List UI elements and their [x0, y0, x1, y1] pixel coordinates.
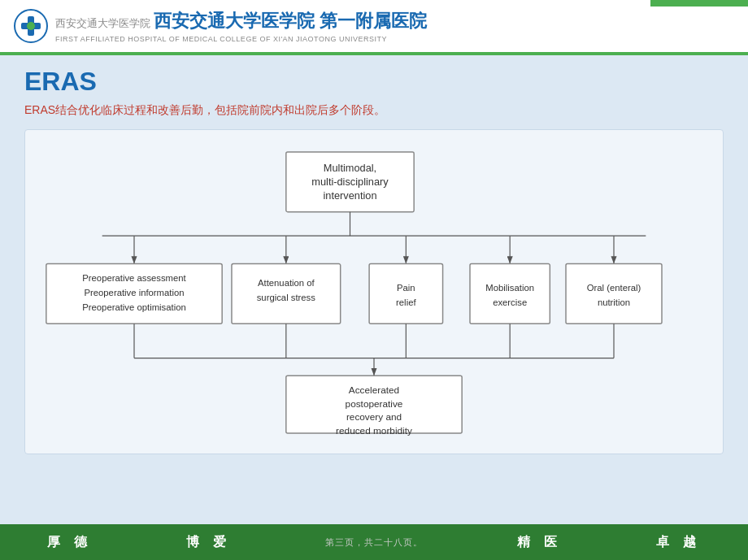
svg-point-3: [27, 22, 35, 30]
logo: 西安交通大学医学院 西安交通大学医学院 第一附属医院 FIRST AFFILIA…: [13, 8, 427, 44]
svg-text:intervention: intervention: [324, 189, 377, 202]
footer-item-1: 厚 德: [47, 534, 91, 551]
svg-text:surgical stress: surgical stress: [257, 293, 316, 302]
hospital-name-en: FIRST AFFILIATED HOSPITAL OF MEDICAL COL…: [55, 35, 427, 43]
svg-text:recovery and: recovery and: [346, 411, 402, 423]
page-number: 第三页，共二十八页。: [325, 536, 423, 549]
svg-text:multi-disciplinary: multi-disciplinary: [311, 176, 389, 188]
diagram-container: Multimodal, multi-disciplinary intervent…: [24, 129, 724, 454]
footer-item-2: 博 爱: [186, 534, 230, 551]
svg-text:exercise: exercise: [493, 297, 527, 307]
page-title: ERAS: [24, 67, 724, 97]
svg-text:reduced morbidity: reduced morbidity: [336, 425, 412, 436]
svg-rect-26: [470, 264, 550, 324]
svg-text:relief: relief: [396, 297, 416, 307]
header: 西安交通大学医学院 西安交通大学医学院 第一附属医院 FIRST AFFILIA…: [0, 0, 748, 55]
footer-item-4: 卓 越: [656, 534, 700, 551]
svg-text:Pain: Pain: [397, 283, 415, 293]
svg-rect-23: [369, 264, 442, 324]
svg-text:Mobilisation: Mobilisation: [485, 283, 534, 293]
header-accent-bar: [650, 0, 748, 7]
hospital-name-block: 西安交通大学医学院 西安交通大学医学院 第一附属医院 FIRST AFFILIA…: [55, 9, 427, 43]
main-content: ERAS ERAS结合优化临床过程和改善后勤，包括院前院内和出院后多个阶段。 M…: [0, 55, 748, 524]
footer: 厚 德 博 爱 第三页，共二十八页。 精 医 卓 越: [0, 524, 748, 560]
footer-item-3: 精 医: [517, 534, 561, 551]
svg-text:Attenuation of: Attenuation of: [258, 278, 315, 288]
svg-text:Oral (enteral): Oral (enteral): [587, 283, 641, 293]
hospital-primary-name: 西安交通大学医学院 第一附属医院: [154, 9, 427, 33]
svg-text:Accelerated: Accelerated: [349, 384, 399, 396]
svg-text:Preoperative information: Preoperative information: [84, 288, 184, 297]
svg-rect-29: [566, 264, 662, 324]
svg-text:postoperative: postoperative: [346, 398, 403, 410]
logo-icon: [13, 8, 49, 44]
svg-text:Preoperative optimisation: Preoperative optimisation: [82, 302, 185, 312]
svg-text:Multimodal,: Multimodal,: [324, 163, 376, 175]
hospital-name-cn: 西安交通大学医学院 西安交通大学医学院 第一附属医院: [55, 9, 427, 33]
subtitle: ERAS结合优化临床过程和改善后勤，包括院前院内和出院后多个阶段。: [24, 103, 724, 118]
eras-diagram: Multimodal, multi-disciplinary intervent…: [38, 143, 710, 441]
svg-text:Preoperative assessment: Preoperative assessment: [82, 273, 186, 283]
svg-text:nutrition: nutrition: [598, 297, 630, 307]
university-name: 西安交通大学医学院: [55, 16, 150, 31]
